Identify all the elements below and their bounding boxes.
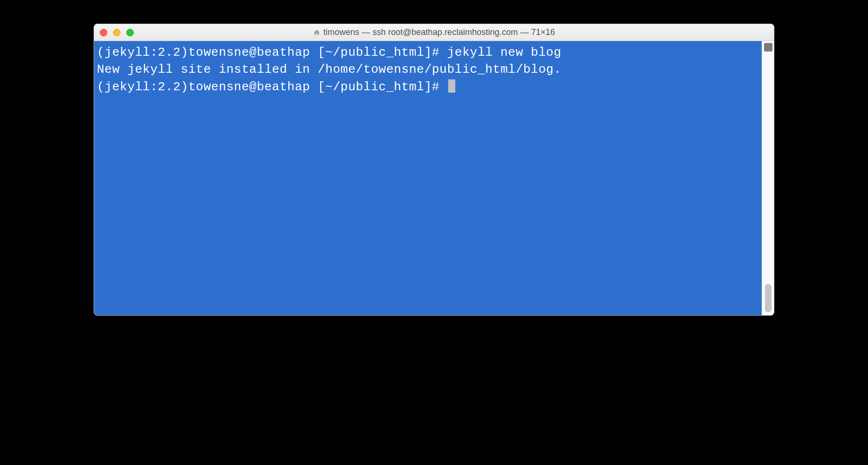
prompt-text: (jekyll:2.2)towensne@beathap [~/public_h…	[97, 45, 447, 60]
close-button[interactable]	[100, 29, 107, 36]
scrollbar-thumb[interactable]	[765, 284, 772, 312]
minimize-button[interactable]	[113, 29, 121, 36]
titlebar[interactable]: timowens — ssh root@beathap.reclaimhosti…	[94, 24, 774, 41]
cursor	[448, 79, 455, 93]
window-controls	[100, 29, 134, 36]
terminal-line: (jekyll:2.2)towensne@beathap [~/public_h…	[97, 44, 759, 61]
prompt-text: (jekyll:2.2)towensne@beathap [~/public_h…	[97, 80, 447, 94]
scrollbar[interactable]	[762, 41, 774, 315]
output-text: New jekyll site installed in /home/towen…	[97, 62, 561, 77]
terminal-line: (jekyll:2.2)towensne@beathap [~/public_h…	[97, 78, 759, 95]
terminal-window: timowens — ssh root@beathap.reclaimhosti…	[94, 24, 774, 316]
window-title-wrap: timowens — ssh root@beathap.reclaimhosti…	[99, 27, 769, 37]
command-text: jekyll new blog	[447, 45, 562, 60]
maximize-button[interactable]	[126, 29, 134, 36]
terminal-content[interactable]: (jekyll:2.2)towensne@beathap [~/public_h…	[94, 41, 762, 315]
scroll-indicator-icon	[764, 43, 773, 52]
terminal-body: (jekyll:2.2)towensne@beathap [~/public_h…	[94, 41, 774, 315]
window-title: timowens — ssh root@beathap.reclaimhosti…	[323, 27, 555, 37]
home-icon	[313, 29, 321, 36]
terminal-line: New jekyll site installed in /home/towen…	[97, 61, 759, 78]
